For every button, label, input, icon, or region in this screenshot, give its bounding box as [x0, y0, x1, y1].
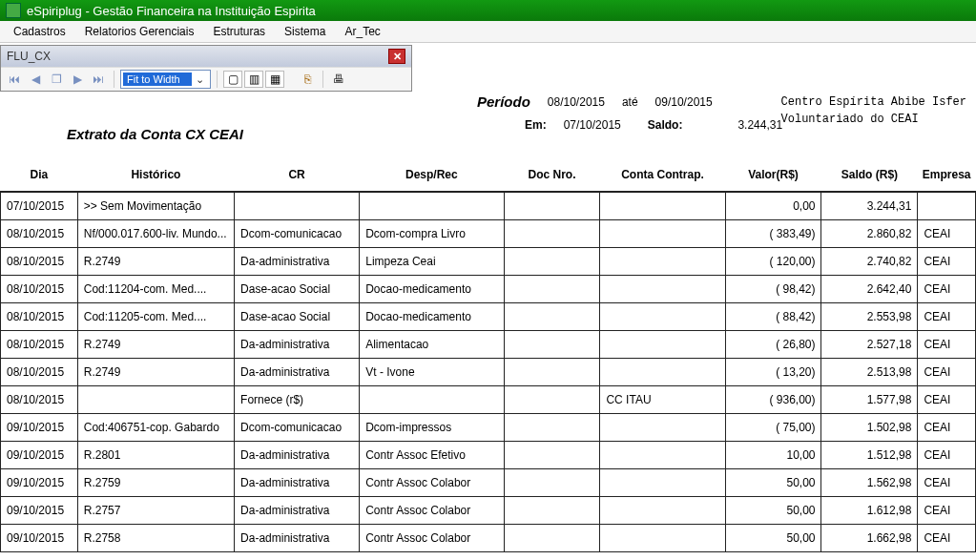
cell-doc [504, 358, 600, 385]
view-dual-icon[interactable]: ▥ [244, 71, 263, 88]
next-page-icon[interactable]: ▶ [68, 70, 87, 89]
cell-saldo: 1.502,98 [821, 413, 918, 441]
col-historico: Histórico [77, 162, 234, 192]
prev-page-icon[interactable]: ◀ [26, 70, 45, 89]
cell-historico: Cod:11204-com. Med.... [77, 275, 234, 302]
cell-historico: Nf/000.017.600-liv. Mundo... [77, 219, 234, 247]
cell-dia: 09/10/2015 [1, 413, 78, 441]
view-grid-icon[interactable]: ▦ [265, 71, 284, 88]
cell-desprec: Dcom-compra Livro [360, 219, 504, 247]
cell-cr: Fornece (r$) [235, 385, 360, 413]
print-icon[interactable]: 🖶 [329, 70, 348, 89]
cell-empresa: CEAI [918, 524, 976, 551]
col-saldo: Saldo (R$) [821, 162, 918, 192]
col-dia: Dia [1, 162, 78, 192]
cell-desprec: Docao-medicamento [360, 275, 504, 302]
menu-estruturas[interactable]: Estruturas [205, 23, 273, 40]
last-page-icon[interactable]: ⏭ [89, 70, 108, 89]
cell-dia: 08/10/2015 [1, 302, 78, 330]
cell-saldo: 1.562,98 [821, 468, 918, 496]
table-row: 08/10/2015Cod:11204-com. Med....Dase-aca… [1, 275, 976, 302]
cell-valor: ( 26,80) [725, 330, 821, 358]
separator [114, 71, 114, 88]
cell-dia: 08/10/2015 [1, 385, 78, 413]
report-header: Período 08/10/2015 até 09/10/2015 Em: 07… [0, 92, 976, 160]
cell-empresa: CEAI [918, 441, 976, 468]
table-row: 07/10/2015>> Sem Movimentação0,003.244,3… [1, 192, 976, 219]
cell-contrap [600, 275, 725, 302]
ate-label: até [622, 95, 638, 109]
cell-doc [504, 496, 600, 524]
cell-historico: R.2749 [77, 358, 234, 385]
cell-empresa: CEAI [918, 496, 976, 524]
cell-doc [504, 413, 600, 441]
extrato-title: Extrato da Conta CX CEAI [67, 126, 243, 142]
menu-cadastros[interactable]: Cadastros [6, 23, 73, 40]
cell-desprec: Alimentacao [360, 330, 504, 358]
cell-contrap [600, 468, 725, 496]
cell-cr: Da-administrativa [235, 247, 360, 275]
menu-relatorios[interactable]: Relatorios Gerenciais [77, 23, 202, 40]
cell-contrap [600, 219, 725, 247]
org-line1: Centro Espírita Abibe Isfer [781, 93, 966, 111]
zoom-select[interactable]: Fit to Width ⌄ [120, 70, 211, 89]
cell-empresa: CEAI [918, 247, 976, 275]
menu-bar: Cadastros Relatorios Gerenciais Estrutur… [0, 21, 976, 43]
cell-desprec: Contr Assoc Colabor [360, 496, 504, 524]
cell-doc [504, 192, 600, 219]
cell-empresa: CEAI [918, 413, 976, 441]
cell-valor: ( 936,00) [725, 385, 821, 413]
cell-desprec: Docao-medicamento [360, 302, 504, 330]
cell-desprec: Contr Assoc Colabor [360, 524, 504, 551]
date-from: 08/10/2015 [548, 95, 605, 109]
cell-desprec: Limpeza Ceai [360, 247, 504, 275]
cell-saldo: 1.662,98 [821, 524, 918, 551]
cell-historico: R.2801 [77, 441, 234, 468]
cell-contrap [600, 496, 725, 524]
table-row: 08/10/2015Fornece (r$)CC ITAU( 936,00)1.… [1, 385, 976, 413]
cell-valor: ( 75,00) [725, 413, 821, 441]
em-date: 07/10/2015 [564, 118, 621, 132]
em-label: Em: [525, 118, 547, 132]
preview-toolbar: ⏮ ◀ ❐ ▶ ⏭ Fit to Width ⌄ ▢ ▥ ▦ ⎘ 🖶 [1, 67, 411, 91]
cell-valor: 0,00 [725, 192, 821, 219]
cell-dia: 08/10/2015 [1, 275, 78, 302]
cell-saldo: 2.527,18 [821, 330, 918, 358]
first-page-icon[interactable]: ⏮ [5, 70, 24, 89]
cell-desprec [360, 385, 504, 413]
table-row: 08/10/2015Cod:11205-com. Med....Dase-aca… [1, 302, 976, 330]
col-doc: Doc Nro. [504, 162, 600, 192]
exit-icon[interactable]: ⎘ [298, 70, 317, 89]
table-row: 09/10/2015R.2758Da-administrativaContr A… [1, 524, 976, 551]
cell-historico: >> Sem Movimentação [77, 192, 234, 219]
cell-empresa: CEAI [918, 468, 976, 496]
view-single-icon[interactable]: ▢ [223, 71, 242, 88]
cell-valor: 10,00 [725, 441, 821, 468]
cell-historico: Cod:406751-cop. Gabardo [77, 413, 234, 441]
sub-window-title: FLU_CX [7, 50, 51, 63]
menu-sistema[interactable]: Sistema [277, 23, 333, 40]
cell-dia: 08/10/2015 [1, 330, 78, 358]
cell-dia: 09/10/2015 [1, 524, 78, 551]
table-row: 09/10/2015R.2757Da-administrativaContr A… [1, 496, 976, 524]
col-contrap: Conta Contrap. [600, 162, 725, 192]
cell-contrap [600, 413, 725, 441]
cell-empresa: CEAI [918, 275, 976, 302]
cell-doc [504, 524, 600, 551]
cell-saldo: 1.612,98 [821, 496, 918, 524]
cell-doc [504, 302, 600, 330]
periodo-label: Período [477, 93, 530, 110]
copy-icon[interactable]: ❐ [47, 70, 66, 89]
cell-cr: Da-administrativa [235, 330, 360, 358]
cell-cr: Dcom-comunicacao [235, 413, 360, 441]
table-row: 08/10/2015Nf/000.017.600-liv. Mundo...Dc… [1, 219, 976, 247]
cell-saldo: 2.513,98 [821, 358, 918, 385]
close-button[interactable]: ✕ [388, 49, 405, 64]
saldo-label: Saldo: [648, 118, 683, 132]
cell-valor: 50,00 [725, 524, 821, 551]
cell-doc [504, 468, 600, 496]
saldo-value: 3.244,31 [737, 118, 782, 132]
menu-artec[interactable]: Ar_Tec [337, 23, 387, 40]
cell-cr: Da-administrativa [235, 358, 360, 385]
cell-dia: 09/10/2015 [1, 441, 78, 468]
